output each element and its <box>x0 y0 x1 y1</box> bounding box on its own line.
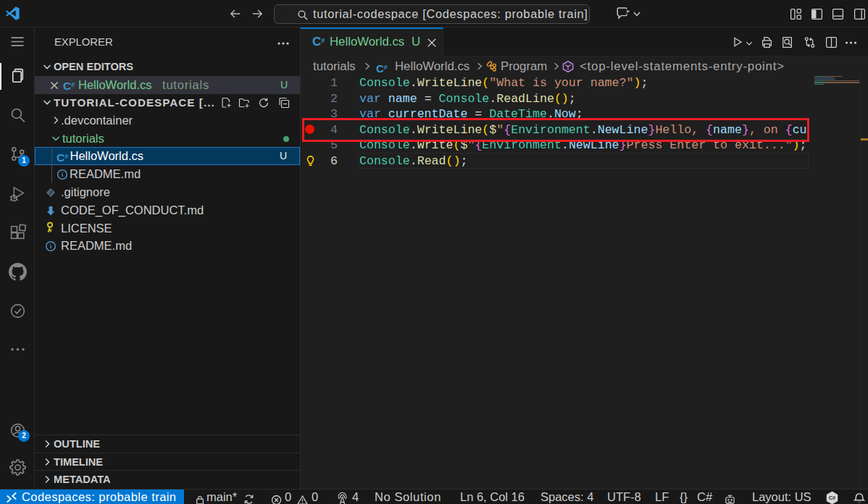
svg-text:C#: C# <box>829 495 835 501</box>
